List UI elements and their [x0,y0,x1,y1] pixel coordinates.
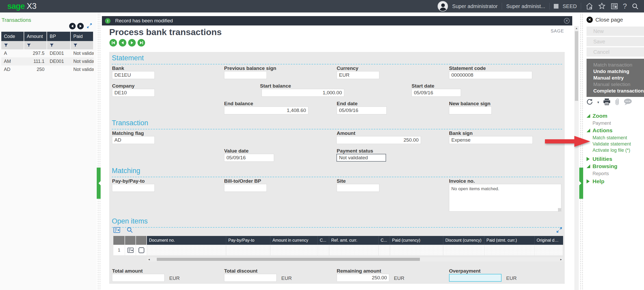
left-panel-divider[interactable] [97,12,101,290]
news-widget-icon[interactable] [610,2,619,10]
menu-item-reports[interactable]: Reports [587,170,631,177]
prev-record-button[interactable] [69,23,76,29]
filter-funnel-icon[interactable] [47,41,71,49]
close-page-button[interactable]: ✕ Close page [587,17,623,23]
user-name-menu[interactable]: Super administrator [452,3,498,9]
empty-cell[interactable] [329,245,379,256]
menu-item-match-statement[interactable]: Match statement [587,135,631,141]
manual-entry-button[interactable]: Manual entry [587,75,644,81]
end-balance-input[interactable] [224,107,308,114]
column-header[interactable]: Pay-by/Pay-to [226,236,270,245]
empty-cell[interactable] [535,245,563,256]
empty-cell[interactable] [270,245,318,256]
endpoint-selector[interactable]: SEED [563,3,577,9]
favorites-star-icon[interactable] [598,2,606,10]
scroll-left-icon[interactable]: ◂ [147,257,151,261]
save-button[interactable]: Save [587,37,644,46]
column-header-amount[interactable]: Amount [24,32,47,41]
start-date-input[interactable] [412,89,461,97]
invoice-no-textarea[interactable]: No open items matched. [449,184,561,212]
empty-cell[interactable] [484,245,535,256]
menu-actions[interactable]: Actions [587,127,631,134]
vertical-scrollbar[interactable]: ▲ [574,26,579,290]
previous-record-button[interactable] [119,39,126,47]
new-button[interactable]: New [587,27,644,36]
menu-item-activate-log[interactable]: Activate log file (*) [587,147,631,153]
column-header[interactable]: Document no. [147,236,226,245]
user-role-menu[interactable]: Super administ... [506,3,545,9]
statement-code-input[interactable] [449,71,532,79]
end-date-input[interactable] [337,107,387,114]
empty-cell[interactable] [443,245,484,256]
grid-options-icon[interactable] [113,227,120,234]
expand-panel-icon[interactable] [87,23,92,29]
resize-grip-icon[interactable] [558,208,561,211]
comments-icon[interactable] [623,98,632,107]
home-icon[interactable] [585,2,594,10]
column-header[interactable]: Paid (stmt. curr.) [484,236,535,245]
undo-matching-button[interactable]: Undo matching [587,68,644,75]
start-balance-input[interactable] [262,89,344,97]
expand-grid-icon[interactable] [556,227,563,234]
print-icon[interactable] [603,98,610,106]
menu-zoom[interactable]: Zoom [587,113,631,119]
refresh-icon[interactable] [586,98,593,107]
help-icon[interactable]: ? [623,2,627,10]
table-row[interactable]: A 297.5 DE001 Not valida [1,49,94,57]
column-header-bp[interactable]: BP [47,32,71,41]
new-balance-sign-input[interactable] [449,107,492,114]
column-header[interactable]: Ref. amt. curr. [329,236,379,245]
next-record-button[interactable] [77,23,84,29]
column-header[interactable]: Original docum [535,236,563,245]
row-detail-icon[interactable] [125,245,136,256]
empty-cell[interactable] [147,245,226,256]
empty-cell[interactable] [379,245,390,256]
empty-cell[interactable] [226,245,270,256]
filter-funnel-icon[interactable] [24,41,47,49]
right-panel-divider[interactable] [579,12,583,290]
menu-item-validate-statement[interactable]: Validate statement [587,141,631,147]
bank-input[interactable] [112,71,155,79]
table-row[interactable]: AM 111.1 DE001 Not valida [1,57,94,65]
matching-flag-input[interactable] [112,136,155,144]
scroll-up-icon[interactable]: ▲ [574,26,579,30]
scroll-right-icon[interactable]: ▸ [559,257,563,261]
pay-by-input[interactable] [112,184,155,192]
total-discount-input[interactable] [224,274,277,282]
bill-to-input[interactable] [224,184,267,192]
column-header[interactable]: C... [318,236,329,245]
previous-balance-sign-input[interactable] [224,71,267,79]
company-input[interactable] [112,89,155,97]
next-record-button[interactable] [128,39,136,47]
empty-cell[interactable] [318,245,329,256]
user-avatar[interactable] [438,1,448,11]
site-input[interactable] [337,184,379,192]
column-header[interactable]: C... [379,236,390,245]
refresh-dropdown-icon[interactable]: ▼ [597,101,600,104]
horizontal-scrollbar[interactable]: ◂ ▸ [147,257,563,261]
banner-close-icon[interactable]: ✕ [564,18,570,24]
currency-input[interactable] [337,71,379,79]
value-date-input[interactable] [224,154,274,162]
left-splitter-handle[interactable] [97,168,101,199]
cancel-button[interactable]: Cancel [587,47,644,57]
remaining-amount-input[interactable] [337,274,389,282]
row-checkbox[interactable] [139,247,144,253]
menu-help[interactable]: Help [587,178,631,184]
column-header-paid[interactable]: Paid [71,32,94,41]
attachment-icon[interactable] [614,98,620,107]
menu-item-payment[interactable]: Payment [587,120,631,126]
table-row[interactable]: AD 250 Not valida [1,65,94,74]
empty-cell[interactable] [390,245,443,256]
filter-funnel-icon[interactable] [71,41,94,49]
menu-utilities[interactable]: Utilities [587,156,631,162]
right-splitter-handle[interactable] [579,168,583,199]
payment-status-input[interactable] [336,154,386,162]
search-rows-icon[interactable] [126,227,133,233]
total-amount-input[interactable] [112,274,165,282]
search-icon[interactable] [631,2,639,10]
scrollbar-thumb[interactable] [157,258,420,261]
last-record-button[interactable] [138,39,145,47]
bank-sign-input[interactable] [449,136,533,144]
column-header[interactable]: Discount (currency) [443,236,484,245]
